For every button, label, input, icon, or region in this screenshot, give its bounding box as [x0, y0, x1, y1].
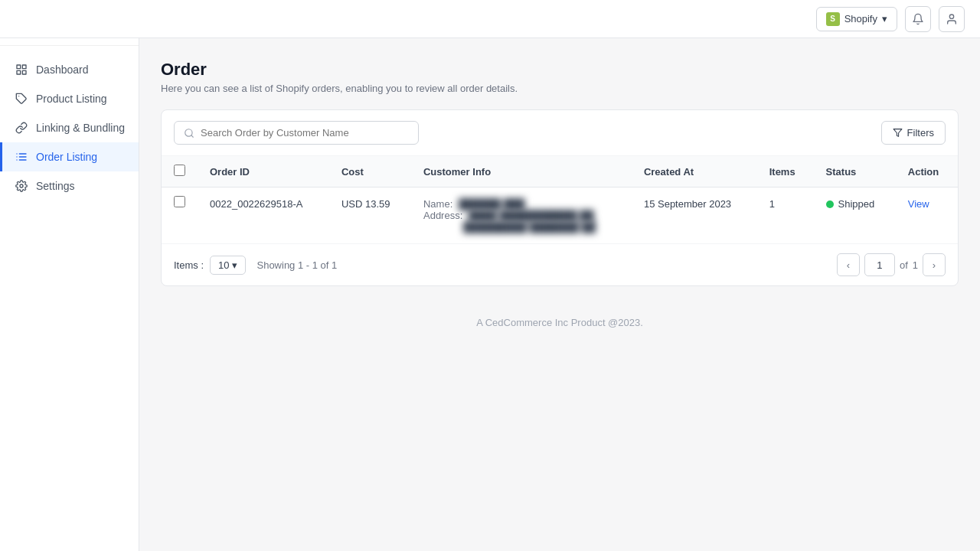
table-toolbar: Filters [162, 110, 958, 156]
th-status: Status [814, 156, 896, 187]
sidebar-order-listing-label: Order Listing [36, 151, 97, 163]
account-button[interactable] [939, 6, 965, 32]
tag-icon [15, 92, 28, 106]
view-link[interactable]: View [908, 198, 929, 210]
svg-rect-1 [17, 65, 21, 69]
sidebar-dashboard-label: Dashboard [36, 64, 89, 76]
customer-address-line2: █████████ ███████ ██ [463, 221, 596, 233]
svg-rect-3 [17, 70, 21, 74]
items-per-page-value: 10 [218, 259, 229, 271]
list-icon [15, 150, 28, 164]
total-pages: 1 [913, 259, 918, 271]
search-icon [184, 128, 194, 139]
customer-address-line1: ████ ███████████ ██ [469, 210, 594, 221]
shopify-button[interactable]: S Shopify ▾ [816, 7, 897, 31]
link-icon [15, 121, 28, 135]
items-per-page-select[interactable]: 10 ▾ [210, 256, 246, 275]
grid-icon [15, 63, 28, 77]
items-label: Items : [174, 259, 204, 271]
cell-cost: USD 13.59 [329, 187, 411, 244]
filter-label: Filters [907, 127, 934, 139]
address-label: Address: [423, 210, 462, 221]
svg-point-12 [20, 184, 23, 187]
top-header: S Shopify ▾ [0, 0, 980, 38]
status-dot [826, 201, 834, 208]
header-actions: S Shopify ▾ [816, 6, 965, 32]
showing-text: Showing 1 - 1 of 1 [256, 259, 337, 271]
table-header-row: Order ID Cost Customer Info Created At I… [162, 156, 958, 187]
th-checkbox [162, 156, 198, 187]
chevron-down-icon: ▾ [232, 259, 237, 271]
filter-icon [893, 128, 903, 138]
sidebar-item-linking-bundling[interactable]: Linking & Bundling [0, 113, 139, 142]
sidebar-settings-label: Settings [36, 180, 75, 192]
svg-rect-2 [22, 65, 26, 69]
footer: A CedCommerce Inc Product @2023. [161, 305, 959, 341]
status-badge: Shipped [826, 198, 875, 210]
th-order-id: Order ID [198, 156, 329, 187]
customer-name-row: Name: ██████ ███ [423, 198, 619, 210]
footer-text: A CedCommerce Inc Product @2023. [476, 317, 643, 328]
filter-button[interactable]: Filters [881, 121, 946, 145]
th-cost: Cost [329, 156, 411, 187]
page-title: Order [161, 60, 959, 80]
cell-created-at: 15 September 2023 [632, 187, 757, 244]
next-page-button[interactable]: › [923, 253, 946, 276]
sidebar-product-listing-label: Product Listing [36, 93, 107, 105]
customer-address-row: Address: ████ ███████████ ██ [423, 210, 619, 221]
customer-name-value: ██████ ███ [459, 198, 525, 210]
page-number-input[interactable] [864, 253, 895, 276]
main-content: Order Here you can see a list of Shopify… [139, 38, 980, 551]
th-action: Action [896, 156, 958, 187]
notification-button[interactable] [905, 6, 931, 32]
page-of-label: of [900, 259, 908, 271]
th-items: Items [757, 156, 814, 187]
sidebar-item-order-listing[interactable]: Order Listing [0, 142, 139, 171]
orders-table: Order ID Cost Customer Info Created At I… [162, 156, 958, 244]
sidebar-item-dashboard[interactable]: Dashboard [0, 55, 139, 84]
sidebar-linking-label: Linking & Bundling [36, 122, 125, 134]
page-subtitle: Here you can see a list of Shopify order… [161, 83, 959, 94]
prev-page-button[interactable]: ‹ [837, 253, 860, 276]
shopify-label: Shopify [844, 13, 877, 24]
svg-line-14 [191, 135, 194, 137]
select-all-checkbox[interactable] [174, 165, 185, 176]
th-created-at: Created At [632, 156, 757, 187]
svg-rect-4 [22, 70, 26, 74]
name-label: Name: [423, 198, 452, 210]
pagination-bar: Items : 10 ▾ Showing 1 - 1 of 1 ‹ of 1 › [162, 244, 958, 285]
pagination-controls: ‹ of 1 › [837, 253, 946, 276]
search-input[interactable] [201, 127, 409, 139]
row-checkbox[interactable] [174, 196, 185, 207]
search-wrap[interactable] [174, 121, 419, 145]
row-checkbox-cell [162, 187, 198, 244]
sidebar: CED COMMERCE Dashboard Product Listing L… [0, 0, 139, 551]
cell-status: Shipped [814, 187, 896, 244]
user-icon [946, 13, 958, 25]
cell-customer-info: Name: ██████ ███ Address: ████ █████████… [411, 187, 632, 244]
shopify-icon: S [826, 12, 840, 26]
settings-icon [15, 179, 28, 193]
bell-icon [912, 13, 924, 25]
th-customer-info: Customer Info [411, 156, 632, 187]
svg-point-0 [949, 15, 953, 18]
table-row: 0022_0022629518-A USD 13.59 Name: ██████… [162, 187, 958, 244]
cell-action: View [896, 187, 958, 244]
items-per-page: Items : 10 ▾ [174, 256, 246, 275]
created-at-value: 15 September 2023 [644, 198, 731, 210]
order-id-value: 0022_0022629518-A [210, 198, 302, 210]
cost-value: USD 13.59 [341, 198, 390, 210]
svg-marker-15 [893, 129, 902, 137]
status-text: Shipped [838, 198, 875, 210]
chevron-down-icon: ▾ [882, 13, 887, 24]
sidebar-nav: Dashboard Product Listing Linking & Bund… [0, 46, 139, 551]
sidebar-item-product-listing[interactable]: Product Listing [0, 84, 139, 113]
items-value: 1 [769, 198, 775, 210]
order-table-container: Filters Order ID Cost Customer Info Crea… [161, 109, 959, 286]
cell-items: 1 [757, 187, 814, 244]
cell-order-id: 0022_0022629518-A [198, 187, 329, 244]
customer-address-line2-row: █████████ ███████ ██ [423, 221, 619, 233]
sidebar-item-settings[interactable]: Settings [0, 171, 139, 201]
